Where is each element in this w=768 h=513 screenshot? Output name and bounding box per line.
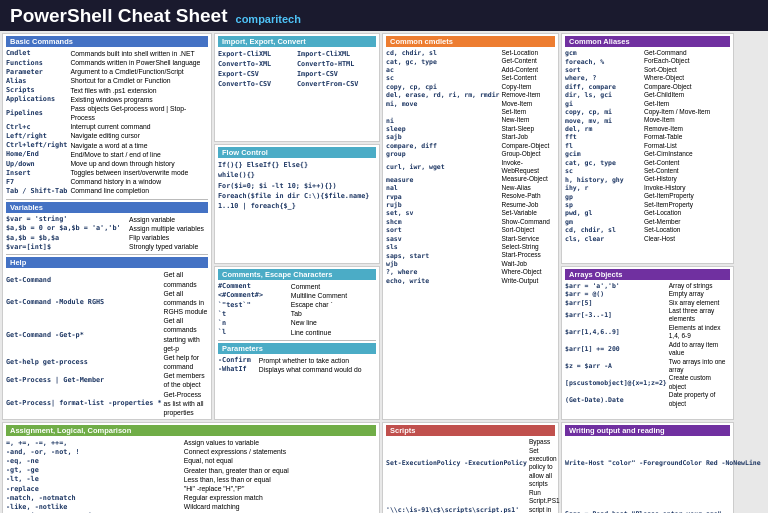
header-title: PowerShell Cheat Sheet: [10, 6, 228, 27]
table-row: copy, cp, cpiCopy-Item: [386, 83, 555, 91]
import-export-item: Import-CSV: [297, 69, 376, 79]
table-row: move, mv, miMove-Item: [565, 116, 730, 124]
table-row: -match, -notmatchRegular expression matc…: [6, 493, 376, 502]
table-row: Get-help get-processGet help for command: [6, 353, 208, 371]
table-row: scSet-Content: [565, 167, 730, 175]
comments-section: Comments, Escape Characters #CommentComm…: [214, 266, 380, 420]
table-row: Up/downMove up and down through history: [6, 159, 208, 168]
import-export-item: Export-CSV: [218, 69, 297, 79]
scripts-title: Scripts: [386, 425, 555, 436]
table-row: h, history, ghyGet-History: [565, 175, 730, 183]
table-row: $z = $arr -ATwo arrays into one array: [565, 358, 730, 375]
table-row: ScriptsText files with .ps1 extension: [6, 86, 208, 95]
parameters-title: Parameters: [218, 343, 376, 354]
table-row: set, svSet-Variable: [386, 209, 555, 217]
basic-commands-section: Basic Commands CmdletCommands built into…: [2, 33, 212, 420]
table-row: $arr[1] += 200Add to array item value: [565, 341, 730, 358]
table-row: scSet-Content: [386, 74, 555, 82]
table-row: wjbWait-Job: [386, 260, 555, 268]
table-row: echo, writeWrite-Output: [386, 277, 555, 285]
table-row: Get-CommandGet all commands: [6, 270, 208, 288]
table-row: FunctionsCommands written in PowerShell …: [6, 58, 208, 67]
table-row: ParameterArgument to a Cmdlet/Function/S…: [6, 67, 208, 76]
table-row: diff, compareCompare-Object: [565, 83, 730, 91]
table-row: Get-Command -Get-p*Get all commands star…: [6, 316, 208, 353]
writing-output-title: Writing output and reading: [565, 425, 730, 436]
table-row: `lLine continue: [218, 328, 376, 337]
table-row: '\\c:\is-91\c$\scripts\script.ps1'Run Sc…: [386, 489, 560, 513]
table-row: Sage = Read-host "Please enter your age"…: [565, 489, 768, 513]
table-row: copy, cp, miCopy-Item / Move-Item: [565, 108, 730, 116]
table-row: `"test`"Escape char `: [218, 300, 376, 309]
table-row: -ConfirmPrompt whether to take action: [218, 356, 376, 365]
table-row: niNew-Item: [386, 116, 555, 124]
list-item: Foreach($file in dir C:\){$file.name}: [218, 191, 376, 201]
table-row: `tTab: [218, 309, 376, 318]
table-row: compare, diffCompare-Object: [386, 142, 555, 150]
scripts-section: Scripts Set-ExecutionPolicy -ExecutionPo…: [382, 422, 559, 513]
table-row: acAdd-Content: [386, 66, 555, 74]
comments-title: Comments, Escape Characters: [218, 269, 376, 280]
table-row: Get-Process| format-list -properties *Ge…: [6, 390, 208, 418]
table-row: -and, -or, -not, !Connect expressions / …: [6, 447, 376, 456]
table-row: sleepStart-Sleep: [386, 125, 555, 133]
flow-control-title: Flow Control: [218, 147, 376, 158]
table-row: Set-ExecutionPolicy -ExecutionPolicyBypa…: [386, 438, 560, 489]
table-row: Write-Host "color" -ForegroundColor Red …: [565, 438, 768, 489]
table-row: del, rmRemove-Item: [565, 125, 730, 133]
import-export-item: ConvertTo-CSV: [218, 79, 297, 89]
table-row: mi, moveMove-Item: [386, 100, 555, 108]
table-row: shcmShow-Command: [386, 218, 555, 226]
table-row: $arr = 'a','b'Array of strings: [565, 282, 730, 290]
table-row: (Get-Date).DateDate property of object: [565, 391, 730, 408]
table-row: Tab / Shift-TabCommand line completion: [6, 186, 208, 195]
table-row: saps, startStart-Process: [386, 251, 555, 259]
import-export-item: ConvertFrom-CSV: [297, 79, 376, 89]
common-cmdlets-section: Common cmdlets cd, chdir, slSet-Location…: [382, 33, 559, 420]
table-row: pwd, glGet-Location: [565, 209, 730, 217]
table-row: $var = 'string'Assign variable: [6, 215, 208, 224]
table-row: gcmGet-Command: [565, 49, 730, 57]
table-row: ihy, rInvoke-History: [565, 184, 730, 192]
table-row: $arr[1,4,6..9]Elements at index 1,4, 6-9: [565, 324, 730, 341]
list-item: If(){} ElseIf{} Else{}: [218, 160, 376, 170]
table-row: nalNew-Alias: [386, 184, 555, 192]
arrays-section: Arrays Objects $arr = 'a','b'Array of st…: [561, 266, 734, 420]
table-row: Home/EndEnd/Move to start / end of line: [6, 150, 208, 159]
table-row: spSet-ItemProperty: [565, 201, 730, 209]
import-export-item: ConvertTo-XML: [218, 59, 297, 69]
table-row: -WhatIfDisplays what command would do: [218, 365, 376, 374]
variables-title: Variables: [6, 202, 208, 213]
table-row: #CommentComment: [218, 282, 376, 291]
table-row: gcimGet-CimInstance: [565, 150, 730, 158]
table-row: F7Command history in a window: [6, 177, 208, 186]
header-subtitle: comparitech: [236, 13, 301, 27]
table-row: Get-Command -Module RGHSGet all commands…: [6, 289, 208, 317]
table-row: ?, whereWhere-Object: [386, 268, 555, 276]
table-row: cd, chdir, slSet-Location: [386, 49, 555, 57]
table-row: dir, ls, gciGet-ChildItem: [565, 91, 730, 99]
table-row: cat, gc, typeGet-Content: [386, 57, 555, 65]
table-row: $arr[-3..-1]Last three array elements: [565, 307, 730, 324]
import-export-section: Import, Export, Convert Export-CliXMLImp…: [214, 33, 380, 142]
assignment-title: Assignment, Logical, Comparison: [6, 425, 376, 436]
table-row: cat, gc, typeGet-Content: [565, 159, 730, 167]
table-row: CmdletCommands built into shell written …: [6, 49, 208, 58]
help-title: Help: [6, 257, 208, 268]
table-row: Ctrl+left/rightNavigate a word at a time: [6, 141, 208, 150]
table-row: Set-Item: [386, 108, 555, 116]
table-row: curl, iwr, wgetInvoke-WebRequest: [386, 159, 555, 176]
table-row: sasvStart-Service: [386, 235, 555, 243]
table-row: ApplicationsExisting windows programs: [6, 95, 208, 104]
common-cmdlets-title: Common cmdlets: [386, 36, 555, 47]
table-row: cls, clearClear-Host: [565, 235, 730, 243]
import-export-item: ConvertTo-HTML: [297, 59, 376, 69]
table-row: <#Comment#>Multiline Comment: [218, 291, 376, 300]
table-row: -replace"Hi" -replace "H","P": [6, 484, 376, 493]
table-row: fftFormat-Table: [565, 133, 730, 141]
common-aliases-title: Common Aliases: [565, 36, 730, 47]
table-row: PipelinesPass objects Get-process word |…: [6, 104, 208, 122]
import-export-item: Import-CliXML: [297, 49, 376, 59]
table-row: $var=[int]$Strongly typed variable: [6, 242, 208, 251]
table-row: where, ?Where-Object: [565, 74, 730, 82]
